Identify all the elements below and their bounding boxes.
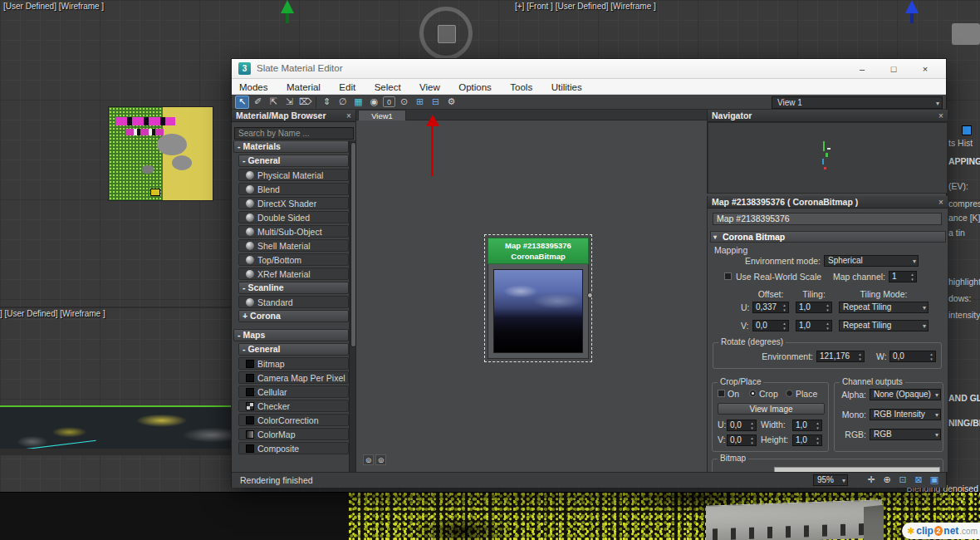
spinner-arrows-icon[interactable]	[781, 302, 788, 312]
render-map-icon[interactable]: ⊙	[397, 96, 411, 109]
section-scanline[interactable]: - Scanline	[238, 282, 349, 294]
crop-on-checkbox[interactable]	[718, 390, 725, 397]
list-item[interactable]: Checker	[238, 400, 349, 412]
mono-dropdown[interactable]: RGB Intensity	[870, 409, 941, 420]
spinner-arrows-icon[interactable]	[928, 351, 935, 361]
close-icon[interactable]	[937, 196, 945, 209]
zoom-extents-selected-icon[interactable]: ▣	[928, 474, 941, 486]
node-view-panel[interactable]: View1 Map #2138395376 CoronaBitmap ⊚ ⊚	[356, 110, 707, 472]
list-item[interactable]: ColorCorrection	[238, 414, 349, 426]
zoom-extents-icon[interactable]: ⊠	[912, 474, 925, 486]
corona-bitmap-rollout[interactable]: Corona Bitmap	[710, 231, 946, 243]
spinner-arrows-icon[interactable]	[909, 272, 916, 282]
list-item[interactable]: DirectX Shader	[238, 197, 349, 209]
pick-material-icon[interactable]: ✐	[251, 96, 265, 109]
environment-spinner[interactable]: 121,176	[816, 351, 865, 362]
crop-width-spinner[interactable]: 1,0	[792, 420, 822, 431]
map-channel-spinner[interactable]: 1	[889, 271, 917, 282]
pan-view-icon[interactable]: ⊚	[363, 454, 374, 465]
viewport-label-top-left[interactable]: [User Defined] [Wireframe ]	[3, 2, 104, 11]
hide-unused-icon[interactable]: ∅	[336, 96, 350, 109]
view-image-button[interactable]: View Image	[718, 403, 825, 415]
menu-utilities[interactable]: Utilities	[544, 80, 590, 96]
clip2net-watermark[interactable]: ✱ clip 2 net .com	[902, 523, 980, 539]
menu-material[interactable]: Material	[279, 80, 328, 96]
zoom-icon[interactable]: ⊕	[880, 474, 894, 486]
spinner-arrows-icon[interactable]	[814, 435, 821, 445]
material-id-icon[interactable]: ⚙	[444, 96, 458, 109]
u-tiling-mode-dropdown[interactable]: Repeat Tiling	[839, 302, 929, 313]
node-output-socket[interactable]	[587, 292, 593, 298]
close-icon[interactable]	[937, 110, 945, 122]
list-item[interactable]: Physical Material	[238, 169, 349, 181]
node-canvas[interactable]: Map #2138395376 CoronaBitmap ⊚ ⊚	[356, 120, 707, 472]
list-item[interactable]: Multi/Sub-Object	[238, 225, 349, 238]
viewport-label-front[interactable]: [+] [Front ] [User Defined] [Wireframe ]	[515, 2, 656, 11]
show-background-icon[interactable]: ◉	[367, 96, 381, 109]
move-children-icon[interactable]: ⇕	[320, 96, 334, 109]
list-item[interactable]: Cellular	[238, 385, 349, 398]
node-header[interactable]: Map #2138395376 CoronaBitmap	[488, 238, 589, 264]
spinner-arrows-icon[interactable]	[814, 420, 821, 430]
menu-modes[interactable]: Modes	[232, 80, 276, 96]
menu-tools[interactable]: Tools	[502, 80, 540, 96]
crop-u-spinner[interactable]: 0,0	[727, 420, 757, 431]
v-tiling-mode-dropdown[interactable]: Repeat Tiling	[839, 320, 929, 331]
show-shaded-material-icon[interactable]: ▦	[351, 96, 365, 109]
layout-children-icon[interactable]: ⊟	[429, 96, 443, 109]
select-tool-icon[interactable]: ↖	[235, 96, 249, 109]
use-real-world-scale-checkbox[interactable]	[724, 272, 732, 280]
minimize-button[interactable]: –	[851, 61, 873, 76]
u-tiling-spinner[interactable]: 1,0	[796, 302, 832, 313]
rgb-dropdown[interactable]: RGB	[870, 429, 941, 440]
w-spinner[interactable]: 0,0	[889, 351, 936, 362]
map-name-field[interactable]: Map #2138395376	[713, 213, 942, 225]
layout-all-icon[interactable]: ⊞	[413, 96, 427, 109]
tab-view1[interactable]: View1	[358, 110, 406, 120]
section-materials-general[interactable]: - General	[238, 155, 349, 167]
node-body[interactable]	[488, 264, 589, 359]
list-item[interactable]: Composite	[238, 442, 349, 454]
crop-radio[interactable]	[749, 390, 757, 397]
navigator-minimap[interactable]	[708, 122, 948, 194]
alpha-dropdown[interactable]: None (Opaque)	[870, 389, 941, 400]
search-input[interactable]	[234, 127, 354, 140]
browser-scrollbar[interactable]	[349, 140, 355, 472]
viewcube-partial[interactable]	[952, 23, 980, 45]
list-item[interactable]: Blend	[238, 183, 349, 195]
menu-view[interactable]: View	[412, 80, 448, 96]
view-selector-dropdown[interactable]: View 1	[772, 96, 943, 109]
menu-select[interactable]: Select	[367, 80, 409, 96]
navigator-header[interactable]: Navigator	[708, 110, 948, 122]
delete-icon[interactable]: ⌦	[298, 96, 312, 109]
show-standard-map-icon[interactable]: 0	[383, 96, 395, 107]
spinner-arrows-icon[interactable]	[856, 351, 864, 361]
viewport-splitter[interactable]	[0, 307, 231, 308]
close-button[interactable]: ×	[914, 61, 936, 76]
v-tiling-spinner[interactable]: 1,0	[796, 320, 832, 331]
maximize-button[interactable]: □	[883, 61, 904, 76]
zoom-view-icon[interactable]: ⊚	[375, 454, 386, 465]
zoom-level-dropdown[interactable]: 95%	[813, 474, 848, 486]
corona-bitmap-node[interactable]: Map #2138395376 CoronaBitmap	[488, 238, 589, 359]
section-maps[interactable]: - Maps	[233, 329, 349, 341]
u-offset-spinner[interactable]: 0,337	[752, 302, 789, 313]
list-item[interactable]: Standard	[238, 296, 349, 308]
spinner-arrows-icon[interactable]	[824, 302, 831, 312]
list-item[interactable]: ColorMap	[238, 428, 349, 440]
spinner-arrows-icon[interactable]	[781, 321, 788, 331]
menu-options[interactable]: Options	[451, 80, 499, 96]
v-offset-spinner[interactable]: 0,0	[752, 320, 789, 331]
put-material-icon[interactable]: ⇱	[267, 96, 281, 109]
params-header[interactable]: Map #2138395376 ( CoronaBitmap )	[708, 196, 948, 209]
section-maps-general[interactable]: - General	[238, 343, 349, 356]
list-item[interactable]: Shell Material	[238, 239, 349, 252]
place-radio[interactable]	[786, 390, 793, 397]
menu-edit[interactable]: Edit	[331, 80, 363, 96]
list-item[interactable]: Bitmap	[238, 357, 349, 370]
crop-v-spinner[interactable]: 0,0	[727, 434, 757, 446]
spinner-arrows-icon[interactable]	[748, 420, 756, 430]
list-item[interactable]: Double Sided	[238, 211, 349, 223]
list-item[interactable]: Camera Map Per Pixel	[238, 371, 349, 384]
section-corona[interactable]: + Corona	[238, 310, 349, 322]
